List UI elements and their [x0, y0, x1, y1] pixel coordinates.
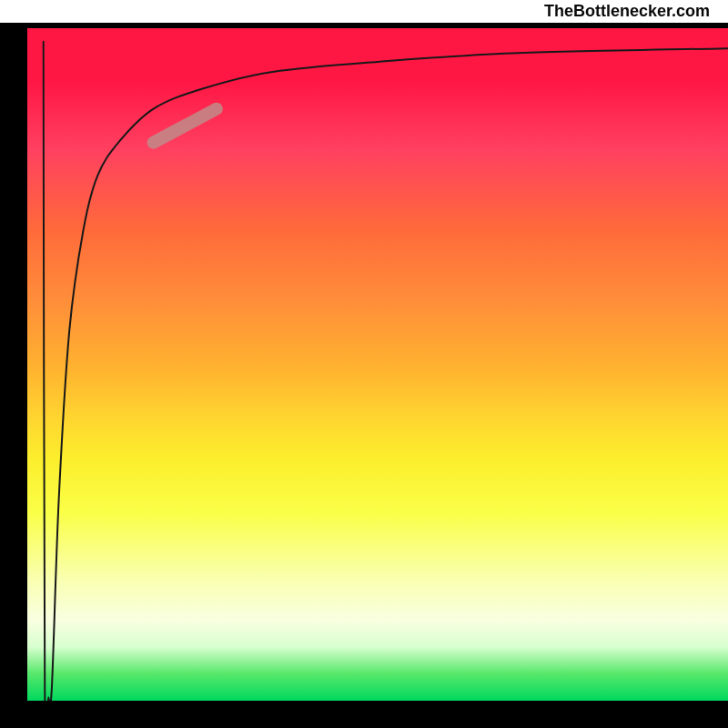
bottleneck-curve	[44, 42, 728, 701]
left-border	[0, 28, 27, 701]
bottom-border	[0, 701, 728, 728]
plot-area	[27, 28, 728, 701]
chart-svg	[27, 28, 728, 701]
watermark: TheBottlenecker.com	[0, 0, 728, 23]
highlight-segment	[154, 109, 217, 143]
chart-row	[0, 28, 728, 701]
